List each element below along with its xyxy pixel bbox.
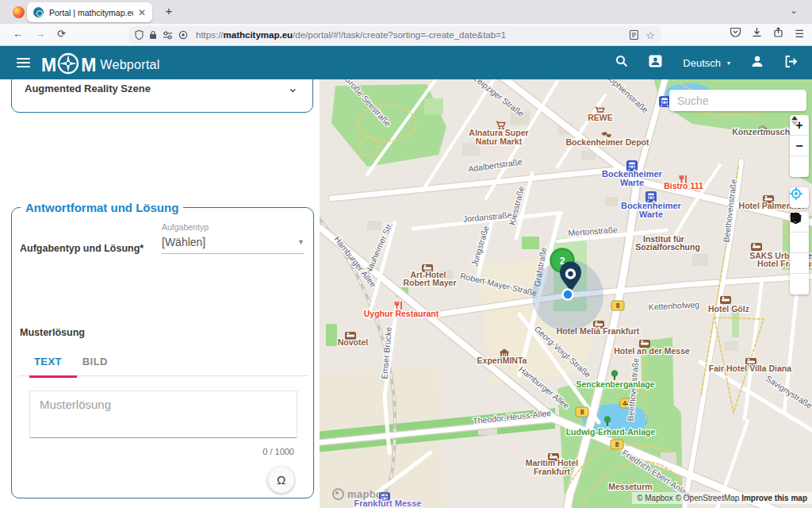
site-favicon (33, 7, 44, 17)
user-location-dot[interactable] (563, 290, 573, 300)
attribution-osm[interactable]: © OpenStreetMap (676, 494, 740, 502)
map-svg: 88844 Große SeestraßeLeipziger StraßeSop… (320, 79, 812, 508)
nav-right-icons: ☰ (730, 26, 804, 40)
map-label: Bockenheimer Depot (565, 137, 649, 147)
answer-format-legend: Antwortformat und Lösung (21, 201, 183, 214)
chevron-down-icon[interactable]: ⌄ (288, 80, 298, 95)
bed-icon (720, 296, 731, 304)
logout-icon[interactable] (784, 56, 798, 71)
map-canvas[interactable]: 88844 Große SeestraßeLeipziger StraßeSop… (320, 79, 812, 508)
map-label: Hotel Gölz (708, 304, 749, 314)
map-label: Bistro 111 (664, 181, 703, 190)
search-icon[interactable] (615, 55, 628, 71)
support-icon[interactable] (649, 55, 662, 71)
svg-text:8: 8 (580, 408, 584, 416)
chevron-down-icon: ▾ (727, 60, 730, 67)
svg-text:8: 8 (615, 441, 619, 448)
forward-button[interactable]: → (35, 28, 45, 40)
task-form-panel: Augmented Reality Szene ⌄ Antwortformat … (0, 79, 320, 508)
metro-icon (659, 96, 670, 107)
reader-mode-icon[interactable] (630, 30, 638, 40)
tab-close-icon[interactable]: ✕ (138, 7, 146, 18)
map-tool-controls (790, 212, 809, 294)
map-label: Natur Markt (476, 137, 523, 146)
map-attribution: © Mapbox © OpenStreetMap Improve this ma… (632, 492, 812, 504)
tab-bild[interactable]: BILD (81, 351, 109, 375)
bed-icon (751, 243, 762, 251)
formula-omega-button[interactable]: Ω (268, 467, 294, 493)
brand-logo[interactable]: M M Webportal (41, 52, 160, 79)
map-label: Warte (620, 178, 644, 187)
map-label: Hotel an der Messe (614, 346, 690, 356)
language-selector[interactable]: Deutsch ▾ (683, 57, 730, 69)
zoom-controls: + − (790, 115, 809, 177)
tab-text[interactable]: TEXT (33, 351, 63, 375)
buildings-button[interactable] (790, 233, 809, 253)
layers-button[interactable] (790, 253, 809, 274)
browser-tab-bar: Portal | mathcitymap.eu ✕ + ⌄ (0, 0, 812, 24)
map-label: Konzertmuschel (732, 127, 797, 137)
map-label: Novotel (338, 337, 369, 347)
permissions-icon[interactable] (163, 31, 173, 40)
map-label: Ludwig-Erhard-Anlage (566, 427, 656, 437)
brand-suffix: Webportal (100, 58, 159, 72)
url-text: https://mathcitymap.eu/de/portal/#!/task… (196, 30, 622, 40)
map-label: Messeturm (608, 482, 652, 491)
select-caret-icon: ▼ (297, 238, 304, 246)
map-label: Robert Mayer (403, 278, 456, 287)
link-button[interactable] (790, 274, 809, 294)
solution-tabs: TEXT BILD (18, 351, 308, 376)
lock-icon[interactable] (149, 30, 157, 40)
download-icon[interactable] (752, 26, 762, 40)
map-label: Fair Hotel Villa Diana (709, 364, 791, 373)
share-icon[interactable] (773, 26, 783, 40)
svg-text:8: 8 (616, 302, 620, 310)
pitch-toggle-button[interactable] (790, 156, 809, 177)
shield-icon: 8 (611, 301, 624, 310)
reload-button[interactable]: ⟳ (57, 28, 66, 40)
tab-title: Portal | mathcitymap.eu (49, 8, 133, 17)
task-type-value: [Wählen] (162, 236, 205, 248)
url-bar[interactable]: https://mathcitymap.eu/de/portal/#!/task… (128, 26, 661, 44)
tab-overflow-icon[interactable]: ⌄ (790, 5, 798, 16)
task-type-select[interactable]: Aufgabentyp [Wählen] ▼ (162, 222, 304, 254)
answer-format-section: Antwortformat und Lösung Aufgabentyp und… (11, 201, 314, 498)
compass-logo-icon (56, 52, 80, 79)
map-label: Adalbertstraße (468, 156, 523, 173)
ar-scene-section[interactable]: Augmented Reality Szene ⌄ (11, 79, 313, 113)
ar-scene-title: Augmented Reality Szene (25, 83, 151, 94)
geolocate-button[interactable] (790, 187, 809, 208)
bookmark-star-icon[interactable]: ☆ (645, 29, 655, 41)
zoom-out-button[interactable]: − (790, 136, 809, 156)
char-counter: 0 / 1000 (262, 447, 294, 456)
menu-icon[interactable]: ☰ (795, 28, 804, 40)
firefox-view-icon[interactable] (13, 6, 25, 18)
attribution-mapbox[interactable]: © Mapbox (637, 494, 673, 502)
pocket-icon[interactable] (730, 26, 741, 40)
attribution-improve-link[interactable]: Improve this map (741, 494, 807, 502)
back-button[interactable]: ← (13, 28, 23, 40)
sidebar-menu-icon[interactable] (17, 56, 30, 70)
map-label: Uyghur Restaurant (364, 309, 439, 318)
tree-icon (611, 370, 618, 379)
map-label: REWE (588, 113, 613, 122)
geolocation-permission-icon[interactable] (178, 30, 188, 40)
solution-textarea[interactable] (29, 391, 297, 438)
browser-tab[interactable]: Portal | mathcitymap.eu ✕ (27, 2, 152, 22)
active-tab-indicator (29, 375, 77, 378)
map-search-input[interactable] (669, 90, 806, 111)
shield-icon[interactable] (135, 30, 144, 40)
mapbox-logo-icon (332, 488, 344, 500)
mapbox-logo[interactable]: mapbox (332, 488, 389, 500)
task-type-label: Aufgabentyp und Lösung* (20, 243, 144, 254)
solution-label: Musterlösung (20, 327, 85, 338)
app-header: M M Webportal Deutsch ▾ (0, 46, 812, 79)
new-tab-button[interactable]: + (161, 4, 177, 17)
map-label: Warte (639, 210, 663, 219)
shield-icon: 8 (576, 407, 588, 417)
geolocate-control (790, 187, 809, 208)
account-icon[interactable] (751, 55, 764, 71)
map-label: Frankfurt (534, 467, 571, 476)
map-label: Sozialforschung (635, 242, 700, 252)
shield-icon: 8 (611, 440, 623, 449)
